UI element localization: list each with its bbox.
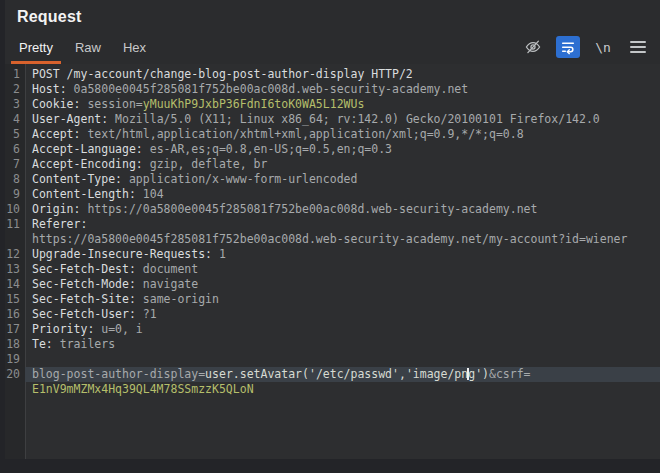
code-line[interactable]: 1POST /my-account/change-blog-post-autho… bbox=[5, 67, 660, 82]
line-number: 4 bbox=[5, 112, 25, 127]
line-number: 20 bbox=[5, 367, 25, 382]
code-text: Sec-Fetch-User: ?1 bbox=[25, 307, 660, 322]
code-text: E1nV9mMZMx4Hq39QL4M78SSmzzK5QLoN bbox=[25, 382, 660, 397]
line-number: 17 bbox=[5, 322, 25, 337]
line-number bbox=[5, 232, 25, 247]
word-wrap-icon[interactable] bbox=[556, 36, 580, 58]
request-panel-header: Request Pretty Raw Hex bbox=[5, 0, 660, 64]
code-line[interactable]: 3Cookie: session=yMuuKhP9JxbP36FdnI6toK0… bbox=[5, 97, 660, 112]
line-number: 10 bbox=[5, 202, 25, 217]
code-text: Host: 0a5800e0045f285081f752be00ac008d.w… bbox=[25, 82, 660, 97]
code-line[interactable]: 13Sec-Fetch-Dest: document bbox=[5, 262, 660, 277]
line-number: 7 bbox=[5, 157, 25, 172]
code-text: Priority: u=0, i bbox=[25, 322, 660, 337]
line-number: 13 bbox=[5, 262, 25, 277]
line-number: 11 bbox=[5, 217, 25, 232]
code-line[interactable]: 6Accept-Language: es-AR,es;q=0.8,en-US;q… bbox=[5, 142, 660, 157]
code-text: Sec-Fetch-Site: same-origin bbox=[25, 292, 660, 307]
newline-glyph: \n bbox=[595, 40, 611, 55]
code-line[interactable]: 12Upgrade-Insecure-Requests: 1 bbox=[5, 247, 660, 262]
line-number: 5 bbox=[5, 127, 25, 142]
code-line[interactable]: https://0a5800e0045f285081f752be00ac008d… bbox=[5, 232, 660, 247]
code-text: User-Agent: Mozilla/5.0 (X11; Linux x86_… bbox=[25, 112, 660, 127]
code-text: https://0a5800e0045f285081f752be00ac008d… bbox=[25, 232, 660, 247]
code-text: Cookie: session=yMuuKhP9JxbP36FdnI6toK0W… bbox=[25, 97, 660, 112]
code-text: Upgrade-Insecure-Requests: 1 bbox=[25, 247, 660, 262]
code-text: Sec-Fetch-Dest: document bbox=[25, 262, 660, 277]
request-editor[interactable]: 1POST /my-account/change-blog-post-autho… bbox=[5, 64, 660, 459]
code-line[interactable]: E1nV9mMZMx4Hq39QL4M78SSmzzK5QLoN bbox=[5, 382, 660, 397]
code-line[interactable]: 17Priority: u=0, i bbox=[5, 322, 660, 337]
code-line[interactable]: 9Content-Length: 104 bbox=[5, 187, 660, 202]
code-line[interactable]: 2Host: 0a5800e0045f285081f752be00ac008d.… bbox=[5, 82, 660, 97]
line-number: 1 bbox=[5, 67, 25, 82]
code-text: Referer: bbox=[25, 217, 660, 232]
line-number: 8 bbox=[5, 172, 25, 187]
code-line[interactable]: 18Te: trailers bbox=[5, 337, 660, 352]
code-text: Accept-Language: es-AR,es;q=0.8,en-US;q=… bbox=[25, 142, 660, 157]
code-line[interactable]: 10Origin: https://0a5800e0045f285081f752… bbox=[5, 202, 660, 217]
line-number: 2 bbox=[5, 82, 25, 97]
code-line[interactable]: 20blog-post-author-display=user.setAvata… bbox=[5, 367, 660, 382]
code-line[interactable]: 19 bbox=[5, 352, 660, 367]
code-text: POST /my-account/change-blog-post-author… bbox=[25, 67, 660, 82]
menu-icon[interactable] bbox=[626, 36, 650, 58]
tab-raw[interactable]: Raw bbox=[67, 34, 109, 64]
request-editor-lines: 1POST /my-account/change-blog-post-autho… bbox=[5, 64, 660, 397]
code-text: Te: trailers bbox=[25, 337, 660, 352]
line-number: 3 bbox=[5, 97, 25, 112]
request-panel: Request Pretty Raw Hex bbox=[5, 0, 660, 459]
view-tabbar: Pretty Raw Hex bbox=[5, 34, 154, 64]
line-number: 15 bbox=[5, 292, 25, 307]
editor-toolbar: \n bbox=[521, 36, 650, 58]
code-text: Content-Length: 104 bbox=[25, 187, 660, 202]
newline-icon[interactable]: \n bbox=[591, 36, 615, 58]
tab-pretty[interactable]: Pretty bbox=[11, 34, 61, 64]
code-text: Accept: text/html,application/xhtml+xml,… bbox=[25, 127, 660, 142]
line-number: 9 bbox=[5, 187, 25, 202]
line-number: 18 bbox=[5, 337, 25, 352]
code-text: Origin: https://0a5800e0045f285081f752be… bbox=[25, 202, 660, 217]
code-text: blog-post-author-display=user.setAvatar(… bbox=[25, 367, 660, 382]
line-number: 16 bbox=[5, 307, 25, 322]
code-line[interactable]: 5Accept: text/html,application/xhtml+xml… bbox=[5, 127, 660, 142]
code-line[interactable]: 8Content-Type: application/x-www-form-ur… bbox=[5, 172, 660, 187]
panel-title: Request bbox=[17, 8, 82, 26]
code-text: Sec-Fetch-Mode: navigate bbox=[25, 277, 660, 292]
line-number: 14 bbox=[5, 277, 25, 292]
line-number: 6 bbox=[5, 142, 25, 157]
code-line[interactable]: 4User-Agent: Mozilla/5.0 (X11; Linux x86… bbox=[5, 112, 660, 127]
code-line[interactable]: 7Accept-Encoding: gzip, deflate, br bbox=[5, 157, 660, 172]
line-number: 12 bbox=[5, 247, 25, 262]
code-line[interactable]: 16Sec-Fetch-User: ?1 bbox=[5, 307, 660, 322]
line-number: 19 bbox=[5, 352, 25, 367]
code-line[interactable]: 15Sec-Fetch-Site: same-origin bbox=[5, 292, 660, 307]
eye-off-icon[interactable] bbox=[521, 36, 545, 58]
line-number bbox=[5, 382, 25, 397]
code-text: Accept-Encoding: gzip, deflate, br bbox=[25, 157, 660, 172]
code-text: Content-Type: application/x-www-form-url… bbox=[25, 172, 660, 187]
code-line[interactable]: 14Sec-Fetch-Mode: navigate bbox=[5, 277, 660, 292]
code-line[interactable]: 11Referer: bbox=[5, 217, 660, 232]
code-text bbox=[25, 352, 660, 367]
tab-hex[interactable]: Hex bbox=[115, 34, 154, 64]
